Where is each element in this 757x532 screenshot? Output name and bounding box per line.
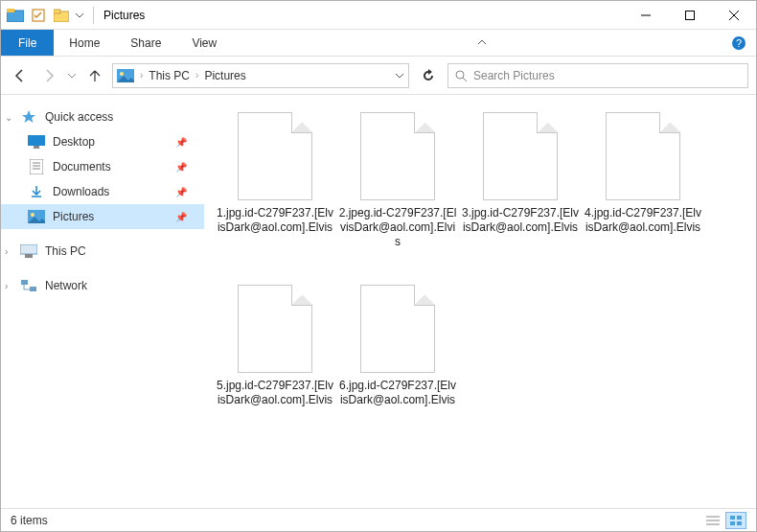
file-item[interactable]: 6.jpg.id-C279F237.[ElvisDark@aol.com].El… [336, 281, 459, 453]
svg-rect-24 [20, 244, 37, 254]
nav-bar: › This PC › Pictures Search Pictures [1, 57, 756, 95]
view-details-button[interactable] [702, 512, 723, 529]
svg-rect-15 [28, 135, 45, 146]
recent-dropdown-icon[interactable] [66, 64, 78, 87]
sidebar-item-documents[interactable]: Documents 📌 [1, 154, 204, 179]
blank-file-icon [360, 112, 435, 200]
file-item[interactable]: 3.jpg.id-C279F237.[ElvisDark@aol.com].El… [459, 108, 582, 281]
file-tab[interactable]: File [1, 30, 54, 56]
sidebar-item-label: Downloads [53, 185, 109, 198]
file-list[interactable]: 1.jpg.id-C279F237.[ElvisDark@aol.com].El… [204, 95, 756, 508]
pin-icon: 📌 [175, 162, 187, 173]
svg-rect-27 [30, 287, 36, 291]
documents-icon [28, 159, 45, 174]
maximize-button[interactable] [668, 1, 712, 30]
sidebar-network[interactable]: › Network [1, 273, 204, 298]
blank-file-icon [483, 112, 558, 200]
file-item[interactable]: 4.jpg.id-C279F237.[ElvisDark@aol.com].El… [582, 108, 704, 281]
minimize-button[interactable] [624, 1, 668, 30]
blank-file-icon [360, 285, 435, 373]
downloads-icon [28, 184, 45, 199]
sidebar-item-label: Quick access [45, 110, 113, 124]
qat-separator [93, 7, 94, 24]
up-button[interactable] [83, 64, 106, 87]
network-icon [20, 278, 37, 293]
view-large-icons-button[interactable] [725, 512, 746, 529]
chevron-right-icon[interactable]: › [5, 281, 8, 291]
blank-file-icon [238, 112, 312, 200]
sidebar-this-pc[interactable]: › This PC [1, 239, 204, 264]
qat-newfolder-icon[interactable] [51, 5, 72, 26]
svg-rect-4 [54, 10, 60, 13]
pin-icon: 📌 [175, 187, 187, 197]
close-button[interactable] [712, 1, 756, 30]
chevron-down-icon[interactable]: ⌄ [5, 112, 12, 123]
chevron-right-icon[interactable]: › [5, 246, 8, 257]
svg-rect-26 [21, 280, 28, 285]
address-bar[interactable]: › This PC › Pictures [112, 63, 409, 88]
back-button[interactable] [9, 64, 32, 87]
sidebar-item-label: Pictures [53, 210, 94, 223]
breadcrumb-pictures[interactable]: Pictures [204, 69, 245, 82]
chevron-right-icon[interactable]: › [195, 70, 198, 81]
pin-icon: 📌 [175, 212, 187, 222]
svg-line-14 [463, 78, 467, 81]
search-placeholder: Search Pictures [473, 69, 555, 82]
blank-file-icon [606, 112, 680, 200]
svg-text:?: ? [736, 37, 742, 49]
sidebar-item-label: Network [45, 279, 87, 292]
svg-rect-16 [34, 146, 39, 149]
file-name-label: 4.jpg.id-C279F237.[ElvisDark@aol.com].El… [582, 206, 704, 235]
sidebar-quick-access[interactable]: ⌄ Quick access [1, 104, 204, 129]
status-item-count: 6 items [11, 514, 48, 527]
qat-properties-icon[interactable] [28, 5, 49, 26]
search-icon [454, 69, 468, 82]
pin-icon: 📌 [175, 137, 187, 148]
file-name-label: 2.jpeg.id-C279F237.[ElvisDark@aol.com].E… [336, 206, 459, 249]
svg-rect-25 [25, 254, 33, 258]
help-button[interactable]: ? [731, 30, 756, 56]
chevron-right-icon[interactable]: › [140, 70, 143, 81]
breadcrumb-thispc[interactable]: This PC [149, 69, 190, 82]
pictures-icon [117, 68, 134, 83]
svg-rect-35 [730, 521, 735, 525]
svg-point-13 [456, 71, 464, 79]
file-name-label: 3.jpg.id-C279F237.[ElvisDark@aol.com].El… [459, 206, 582, 235]
blank-file-icon [238, 285, 312, 373]
file-item[interactable]: 2.jpeg.id-C279F237.[ElvisDark@aol.com].E… [336, 108, 459, 281]
file-name-label: 6.jpg.id-C279F237.[ElvisDark@aol.com].El… [336, 379, 459, 407]
tab-view[interactable]: View [176, 30, 232, 56]
svg-rect-36 [737, 521, 742, 525]
desktop-icon [28, 134, 45, 150]
sidebar-item-label: This PC [45, 244, 86, 258]
forward-button[interactable] [37, 64, 60, 87]
sidebar-item-downloads[interactable]: Downloads 📌 [1, 179, 204, 204]
svg-rect-34 [737, 516, 742, 520]
address-dropdown-icon[interactable] [395, 67, 404, 84]
tab-share[interactable]: Share [115, 30, 176, 56]
sidebar: ⌄ Quick access Desktop 📌 Documents 📌 Dow… [1, 95, 204, 508]
ribbon-expand-icon[interactable] [470, 30, 494, 56]
svg-point-23 [31, 213, 34, 217]
sidebar-item-pictures[interactable]: Pictures 📌 [1, 204, 204, 229]
file-item[interactable]: 5.jpg.id-C279F237.[ElvisDark@aol.com].El… [214, 281, 336, 453]
tab-home[interactable]: Home [54, 30, 115, 56]
explorer-icon [5, 5, 26, 26]
ribbon: File Home Share View ? [1, 30, 756, 57]
svg-rect-17 [30, 159, 43, 174]
file-item[interactable]: 1.jpg.id-C279F237.[ElvisDark@aol.com].El… [214, 108, 336, 281]
sidebar-item-label: Documents [53, 160, 111, 173]
window-title: Pictures [98, 9, 145, 22]
refresh-button[interactable] [415, 63, 442, 88]
titlebar: Pictures [1, 1, 756, 30]
pictures-icon [28, 209, 45, 224]
star-icon [20, 109, 37, 125]
sidebar-item-label: Desktop [53, 135, 95, 149]
svg-rect-33 [730, 516, 735, 520]
svg-point-12 [120, 72, 124, 76]
svg-rect-6 [686, 11, 695, 19]
search-input[interactable]: Search Pictures [447, 63, 748, 88]
sidebar-item-desktop[interactable]: Desktop 📌 [1, 129, 204, 154]
this-pc-icon [20, 243, 37, 259]
qat-dropdown-icon[interactable] [74, 5, 85, 26]
